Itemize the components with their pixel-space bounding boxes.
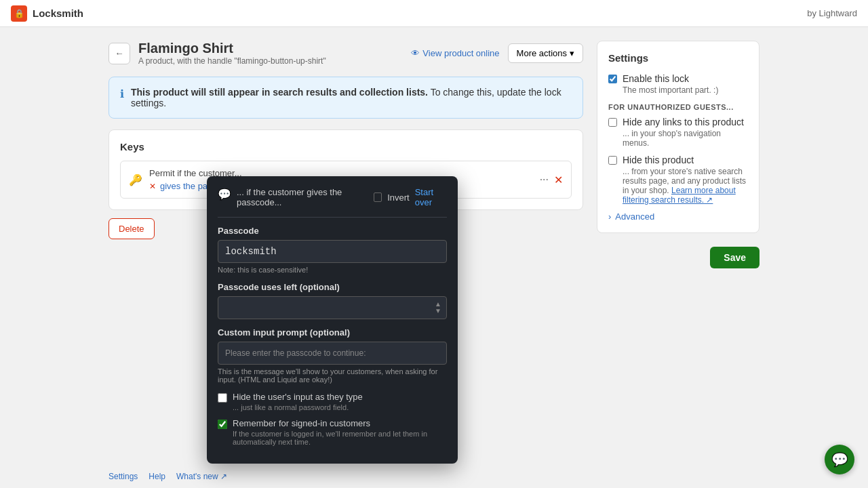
hide-links-label: Hide any links to this product xyxy=(623,117,748,127)
remember-label: Remember for signed-in customers xyxy=(233,418,447,428)
enable-lock-row: Enable this lock The most important part… xyxy=(608,73,748,95)
save-area: Save xyxy=(597,247,760,268)
page-subtitle: A product, with the handle "flamingo-but… xyxy=(138,56,326,66)
custom-prompt-label: Custom input prompt (optional) xyxy=(218,327,447,338)
unauthorized-section-label: FOR UNAUTHORIZED GUESTS... xyxy=(608,103,748,111)
hide-product-content: Hide this product ... from your store's … xyxy=(623,155,748,205)
uses-left-input[interactable] xyxy=(218,296,447,319)
page-header-left: ← Flamingo Shirt A product, with the han… xyxy=(108,41,326,66)
more-actions-button[interactable]: More actions ▾ xyxy=(508,43,583,63)
hide-links-checkbox[interactable] xyxy=(608,118,617,127)
footer: Settings Help What's new ↗ xyxy=(0,465,868,488)
hide-input-checkbox[interactable] xyxy=(218,393,227,403)
invert-label[interactable]: Invert xyxy=(387,192,410,203)
hide-links-row: Hide any links to this product ... in yo… xyxy=(608,117,748,148)
key-delete-button[interactable]: ✕ xyxy=(554,174,563,186)
chat-button[interactable]: 💬 xyxy=(825,445,854,474)
powered-by: by Lightward xyxy=(807,8,857,18)
hide-links-desc: ... in your shop's navigation menus. xyxy=(623,129,748,148)
info-icon: ℹ xyxy=(120,87,124,100)
app-header: 🔒 Locksmith by Lightward xyxy=(0,0,868,27)
enable-lock-label: Enable this lock xyxy=(623,73,718,84)
settings-title: Settings xyxy=(608,52,748,64)
banner-text: This product will still appear in search… xyxy=(131,87,572,108)
settings-card: Settings Enable this lock The most impor… xyxy=(597,41,760,233)
page-title: Flamingo Shirt xyxy=(138,41,326,56)
custom-prompt-desc: This is the message we'll show to your c… xyxy=(218,367,447,384)
hide-input-label: Hide the user's input as they type xyxy=(233,392,363,402)
passcode-note: Note: this is case-sensitive! xyxy=(218,266,447,274)
right-column: Settings Enable this lock The most impor… xyxy=(597,41,760,474)
popup-invert-area: Invert Start over xyxy=(374,187,447,207)
uses-left-label: Passcode uses left (optional) xyxy=(218,282,447,292)
footer-settings-link[interactable]: Settings xyxy=(108,472,138,481)
passcode-popup: 💬 ... if the customer gives the passcode… xyxy=(207,176,458,464)
footer-help-link[interactable]: Help xyxy=(149,472,165,481)
save-button[interactable]: Save xyxy=(710,247,760,268)
key-actions: ··· ✕ xyxy=(540,174,563,186)
x-icon: ✕ xyxy=(149,182,156,191)
hide-input-content: Hide the user's input as they type ... j… xyxy=(233,392,363,411)
page-header: ← Flamingo Shirt A product, with the han… xyxy=(108,41,583,66)
chevron-down-icon: ▾ xyxy=(570,48,574,58)
advanced-label: Advanced xyxy=(615,211,654,222)
spinner-down-icon[interactable]: ▼ xyxy=(435,308,441,314)
info-banner: ℹ This product will still appear in sear… xyxy=(108,77,583,119)
back-arrow-icon: ← xyxy=(115,48,123,58)
hide-input-row: Hide the user's input as they type ... j… xyxy=(218,392,447,411)
key-icon: 🔑 xyxy=(129,174,142,186)
remember-checkbox[interactable] xyxy=(218,420,227,429)
passcode-label: Passcode xyxy=(218,226,447,236)
app-name: Locksmith xyxy=(33,7,83,19)
eye-icon: 👁 xyxy=(411,48,420,58)
dots-menu-button[interactable]: ··· xyxy=(540,174,549,186)
hide-product-checkbox[interactable] xyxy=(608,156,617,165)
keys-title: Keys xyxy=(120,141,572,152)
speech-bubble-icon: 💬 xyxy=(218,188,231,201)
app-icon: 🔒 xyxy=(11,5,27,22)
custom-prompt-input[interactable] xyxy=(218,342,447,365)
back-button[interactable]: ← xyxy=(108,43,130,64)
remember-desc: If the customer is logged in, we'll reme… xyxy=(233,430,447,446)
learn-more-link[interactable]: Learn more about filtering search result… xyxy=(623,186,736,205)
page-header-right: 👁 View product online More actions ▾ xyxy=(411,43,583,63)
popup-condition-text: 💬 ... if the customer gives the passcode… xyxy=(218,187,374,207)
enable-lock-checkbox[interactable] xyxy=(608,75,617,83)
enable-lock-content: Enable this lock The most important part… xyxy=(623,73,718,95)
header-left: 🔒 Locksmith xyxy=(11,5,83,22)
popup-divider xyxy=(218,217,447,218)
start-over-link[interactable]: Start over xyxy=(415,187,447,207)
popup-top-row: 💬 ... if the customer gives the passcode… xyxy=(218,187,447,207)
page-title-block: Flamingo Shirt A product, with the handl… xyxy=(138,41,326,66)
hide-product-row: Hide this product ... from your store's … xyxy=(608,155,748,205)
footer-whats-new-link[interactable]: What's new ↗ xyxy=(176,472,227,481)
view-product-button[interactable]: 👁 View product online xyxy=(411,48,499,58)
enable-lock-desc: The most important part. :) xyxy=(623,85,718,95)
hide-links-content: Hide any links to this product ... in yo… xyxy=(623,117,748,148)
advanced-row[interactable]: › Advanced xyxy=(608,211,748,222)
chat-icon: 💬 xyxy=(831,451,848,468)
remember-row: Remember for signed-in customers If the … xyxy=(218,418,447,446)
passcode-input[interactable] xyxy=(218,240,447,263)
delete-button[interactable]: Delete xyxy=(108,218,155,239)
hide-product-label: Hide this product xyxy=(623,155,748,165)
hide-input-desc: ... just like a normal password field. xyxy=(233,403,363,411)
remember-content: Remember for signed-in customers If the … xyxy=(233,418,447,446)
chevron-right-icon: › xyxy=(608,211,611,222)
invert-checkbox[interactable] xyxy=(374,192,382,202)
